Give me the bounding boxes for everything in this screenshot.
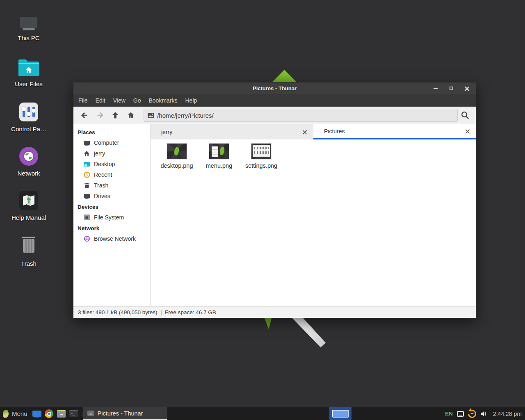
- path-bar[interactable]: /home/jerry/Pictures/: [144, 109, 458, 122]
- desktop-icon-help-manual[interactable]: Help Manual: [8, 189, 49, 221]
- user-files-icon: [18, 56, 39, 76]
- sidebar-header-devices: Devices: [73, 201, 150, 212]
- close-button[interactable]: [462, 84, 472, 94]
- file-manager-icon: [57, 410, 66, 418]
- menubar: File Edit View Go Bookmarks Help: [73, 94, 476, 107]
- thunar-window: Pictures - Thunar File Edit View Go Book…: [73, 82, 476, 318]
- window-icon: [32, 411, 41, 417]
- file-settings-png[interactable]: settings.png: [241, 144, 282, 169]
- desktop-icon-trash[interactable]: Trash: [8, 235, 49, 267]
- maximize-button[interactable]: [446, 84, 456, 94]
- launcher-chrome[interactable]: [43, 407, 55, 420]
- desktop-icon-label: Trash: [21, 260, 37, 267]
- mint-menu-icon: [2, 409, 9, 418]
- trash-icon: [83, 183, 90, 189]
- minimize-icon: [434, 88, 438, 89]
- sidebar-item-file-system[interactable]: File System: [73, 212, 150, 223]
- status-bar: 3 files: 490.1 kB (490,050 bytes) | Free…: [73, 306, 476, 318]
- desktop: This PC User Files Control Pa…: [0, 0, 525, 420]
- launcher-file-manager[interactable]: [55, 407, 68, 420]
- desktop-icon-this-pc[interactable]: This PC: [8, 10, 49, 41]
- desktop-screenshot-thumbnail: [167, 144, 187, 159]
- file-desktop-png[interactable]: desktop.png: [156, 144, 197, 169]
- sidebar-item-desktop[interactable]: Desktop: [73, 159, 150, 169]
- browse-network-globe-icon: [83, 235, 90, 242]
- sidebar-item-recent[interactable]: Recent: [73, 169, 150, 180]
- thunar-task-icon: [87, 411, 94, 416]
- home-glyph: [25, 66, 32, 73]
- tab-bar: jerry Pictures: [151, 124, 476, 139]
- taskbar-item-thunar[interactable]: Pictures - Thunar: [83, 407, 167, 420]
- display-tray-icon[interactable]: [457, 411, 464, 417]
- menu-help[interactable]: Help: [185, 97, 197, 104]
- toolbar: /home/jerry/Pictures/: [73, 107, 476, 124]
- home-icon: [127, 111, 135, 119]
- keyboard-layout-indicator[interactable]: EN: [445, 411, 453, 417]
- system-tray: EN 2:44:28 pm: [445, 407, 525, 420]
- up-button[interactable]: [108, 108, 123, 122]
- forward-button[interactable]: [92, 108, 108, 122]
- tab-jerry[interactable]: jerry: [151, 124, 313, 139]
- minimize-button[interactable]: [431, 84, 441, 94]
- titlebar[interactable]: Pictures - Thunar: [73, 82, 476, 94]
- desktop-icon-network[interactable]: Network: [8, 145, 49, 177]
- start-menu-button[interactable]: Menu: [0, 407, 31, 420]
- maximize-icon: [450, 87, 453, 90]
- back-button[interactable]: [77, 108, 92, 122]
- control-panel-icon: [19, 101, 38, 121]
- tab-close-icon[interactable]: [302, 130, 307, 135]
- menu-label: Menu: [12, 410, 27, 417]
- search-button[interactable]: [458, 108, 472, 122]
- file-menu-png[interactable]: menu.png: [199, 144, 240, 169]
- sidebar-item-computer[interactable]: Computer: [73, 137, 150, 148]
- trash-can-icon: [21, 235, 36, 256]
- tab-pictures[interactable]: Pictures: [313, 124, 476, 139]
- computer-icon: [83, 141, 90, 145]
- this-pc-icon: [20, 10, 37, 30]
- terminal-icon: >_: [69, 410, 78, 417]
- sidebar-item-home[interactable]: jerry: [73, 148, 150, 159]
- desktop-icon: [83, 162, 90, 167]
- sidebar-header-places: Places: [73, 127, 150, 137]
- close-icon: [464, 86, 469, 91]
- desktop-icon-user-files[interactable]: User Files: [8, 56, 49, 87]
- taskbar: Menu >_ Pictures - Thunar EN: [0, 407, 525, 420]
- sidebar-item-drives[interactable]: Drives: [73, 191, 150, 201]
- launcher-terminal[interactable]: >_: [68, 407, 80, 420]
- launcher-window[interactable]: [31, 407, 43, 420]
- menu-go[interactable]: Go: [133, 97, 141, 104]
- menu-view[interactable]: View: [113, 97, 126, 104]
- update-manager-icon[interactable]: [466, 408, 478, 419]
- menu-bookmarks[interactable]: Bookmarks: [148, 97, 177, 104]
- window-title: Pictures - Thunar: [253, 85, 297, 91]
- workspace-switcher[interactable]: [329, 407, 352, 420]
- network-globe-icon: [19, 145, 38, 166]
- workspace-1[interactable]: [332, 410, 349, 418]
- volume-icon[interactable]: [480, 411, 488, 417]
- sidebar-header-network: Network: [73, 223, 150, 233]
- image-location-icon: [148, 113, 154, 118]
- up-icon: [111, 111, 119, 119]
- desktop-icon-label: Help Manual: [11, 214, 46, 221]
- sidebar-item-browse-network[interactable]: Browse Network: [73, 233, 150, 244]
- desktop-icon-control-panel[interactable]: Control Pa…: [8, 101, 49, 132]
- drives-icon: [83, 194, 90, 198]
- home-button[interactable]: [123, 108, 139, 122]
- home-icon: [83, 151, 90, 156]
- help-manual-icon: [19, 189, 38, 210]
- menu-edit[interactable]: Edit: [96, 97, 105, 104]
- chrome-icon: [45, 409, 53, 418]
- tasklist-grip: [82, 412, 82, 416]
- tab-close-icon[interactable]: [465, 129, 470, 134]
- menu-file[interactable]: File: [78, 97, 88, 104]
- clock[interactable]: 2:44:28 pm: [492, 411, 522, 417]
- desktop-icon-label: This PC: [18, 34, 39, 41]
- desktop-icon-label: Control Pa…: [11, 126, 46, 132]
- file-view[interactable]: desktop.png menu.png settings.png: [151, 139, 476, 306]
- back-icon: [80, 111, 89, 119]
- desktop-icon-label: Network: [17, 170, 40, 177]
- recent-clock-icon: [83, 171, 90, 178]
- status-text: 3 files: 490.1 kB (490,050 bytes) | Free…: [78, 309, 216, 315]
- sidebar-item-trash[interactable]: Trash: [73, 180, 150, 191]
- desktop-icon-label: User Files: [15, 80, 43, 87]
